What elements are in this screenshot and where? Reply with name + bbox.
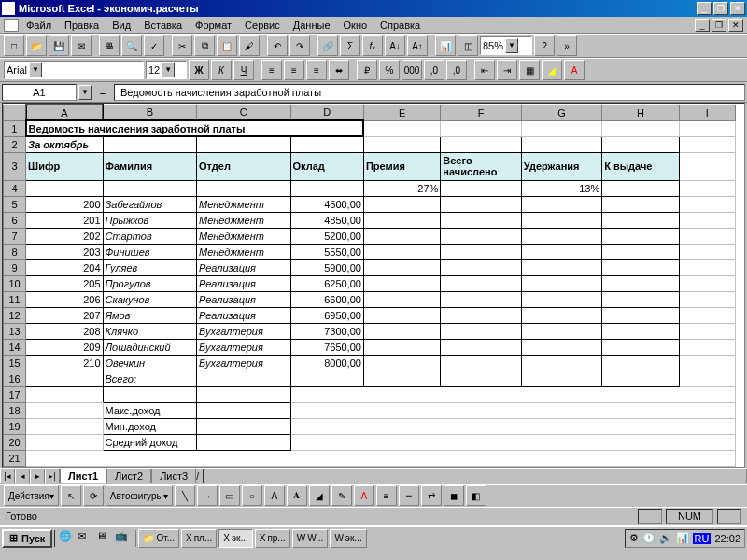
tab-first-button[interactable]: |◂ xyxy=(0,469,15,483)
minimize-button[interactable]: _ xyxy=(697,2,712,15)
cell[interactable]: Менеджмент xyxy=(197,212,291,228)
menu-window[interactable]: Окно xyxy=(338,19,374,32)
cell[interactable] xyxy=(602,323,679,339)
cell[interactable] xyxy=(26,180,103,196)
bold-button[interactable]: Ж xyxy=(189,60,209,80)
cell[interactable]: Средний доход xyxy=(103,434,197,450)
cell[interactable]: 201 xyxy=(26,212,103,228)
maximize-button[interactable]: ❐ xyxy=(713,2,728,15)
sort-asc-button[interactable]: A↓ xyxy=(385,35,405,56)
cell[interactable] xyxy=(197,418,291,434)
cell[interactable] xyxy=(521,259,601,275)
cell[interactable]: Реализация xyxy=(197,259,291,275)
cell[interactable] xyxy=(602,371,679,386)
row-header[interactable]: 10 xyxy=(4,275,26,291)
sort-desc-button[interactable]: A↑ xyxy=(407,35,428,56)
cell[interactable]: 205 xyxy=(26,275,103,291)
cell[interactable]: 4500,00 xyxy=(290,196,363,212)
print-button[interactable]: 🖶 xyxy=(99,35,120,56)
cell[interactable] xyxy=(679,259,735,275)
quick-icon[interactable]: ✉ xyxy=(78,530,94,547)
cell[interactable]: 200 xyxy=(26,196,103,212)
quick-icon[interactable]: 📺 xyxy=(115,530,132,547)
cell[interactable] xyxy=(290,371,363,386)
save-button[interactable]: 💾 xyxy=(49,35,69,56)
cell[interactable]: 209 xyxy=(26,339,103,355)
menu-format[interactable]: Формат xyxy=(190,19,237,32)
cell[interactable] xyxy=(441,323,521,339)
cell[interactable] xyxy=(679,307,735,323)
cell[interactable]: Лошадинский xyxy=(103,339,197,355)
menu-insert[interactable]: Вставка xyxy=(138,19,188,32)
row-header[interactable]: 11 xyxy=(4,291,26,307)
cell[interactable] xyxy=(521,212,601,228)
row-header[interactable]: 3 xyxy=(4,152,26,180)
help-button[interactable]: ? xyxy=(534,35,555,56)
cell[interactable] xyxy=(679,180,735,196)
cell[interactable] xyxy=(441,355,521,371)
cell[interactable] xyxy=(441,275,521,291)
hyperlink-button[interactable]: 🔗 xyxy=(317,35,338,56)
cell[interactable] xyxy=(679,339,735,355)
font-color-button[interactable]: A xyxy=(354,485,374,506)
cell[interactable]: Ведомость начисления заработной платы xyxy=(26,120,364,136)
row-header[interactable]: 15 xyxy=(4,355,26,371)
row-header[interactable]: 21 xyxy=(4,450,26,466)
row-header[interactable]: 17 xyxy=(4,386,26,402)
cell[interactable]: 7650,00 xyxy=(290,339,363,355)
cell[interactable] xyxy=(290,418,735,434)
open-button[interactable]: 📂 xyxy=(26,35,47,56)
font-combo[interactable]: Arial ▼ xyxy=(4,61,144,79)
copy-button[interactable]: ⧉ xyxy=(194,35,215,56)
row-header[interactable]: 8 xyxy=(4,244,26,259)
cell[interactable]: Бухгалтерия xyxy=(197,323,291,339)
tab-next-button[interactable]: ▸ xyxy=(30,469,45,483)
cell[interactable] xyxy=(363,228,440,244)
cell[interactable] xyxy=(197,180,291,196)
cell[interactable]: Отдел xyxy=(197,152,291,180)
cell[interactable] xyxy=(363,259,440,275)
taskbar-item[interactable]: Xпл... xyxy=(181,529,217,548)
cell[interactable] xyxy=(521,136,601,152)
cell[interactable] xyxy=(290,386,735,402)
cell[interactable] xyxy=(602,259,679,275)
cell[interactable]: За октябрь xyxy=(26,136,103,152)
menu-view[interactable]: Вид xyxy=(106,19,136,32)
more-button[interactable]: » xyxy=(557,35,577,56)
cell[interactable] xyxy=(441,136,521,152)
cell[interactable] xyxy=(602,244,679,259)
cell[interactable]: 207 xyxy=(26,307,103,323)
cell[interactable] xyxy=(26,418,103,434)
tray-icon[interactable]: 📊 xyxy=(676,532,689,544)
col-header-a[interactable]: A xyxy=(26,105,103,120)
cell[interactable] xyxy=(197,386,291,402)
cell[interactable]: 8000,00 xyxy=(290,355,363,371)
cell[interactable]: 6600,00 xyxy=(290,291,363,307)
row-header[interactable]: 2 xyxy=(4,136,26,152)
cell[interactable] xyxy=(679,244,735,259)
cell[interactable]: Всего: xyxy=(103,371,197,386)
cell[interactable] xyxy=(602,196,679,212)
cell[interactable] xyxy=(363,212,440,228)
taskbar-item[interactable]: Xэк... xyxy=(218,529,252,548)
autosum-button[interactable]: Σ xyxy=(340,35,360,56)
row-header[interactable]: 13 xyxy=(4,323,26,339)
cell[interactable] xyxy=(679,152,735,180)
col-header-d[interactable]: D xyxy=(290,105,363,120)
redo-button[interactable]: ↷ xyxy=(289,35,310,56)
cell[interactable] xyxy=(602,180,679,196)
cell[interactable] xyxy=(103,386,197,402)
cell[interactable] xyxy=(363,196,440,212)
cell[interactable] xyxy=(363,244,440,259)
menu-tools[interactable]: Сервис xyxy=(239,19,286,32)
cell[interactable] xyxy=(679,228,735,244)
cell[interactable] xyxy=(441,212,521,228)
cell[interactable]: Реализация xyxy=(197,291,291,307)
cell[interactable]: Менеджмент xyxy=(197,244,291,259)
select-button[interactable]: ↖ xyxy=(61,485,81,506)
cell[interactable] xyxy=(521,244,601,259)
cell[interactable] xyxy=(521,120,601,136)
cell[interactable] xyxy=(103,136,197,152)
font-color-button[interactable]: A xyxy=(564,60,585,80)
cell[interactable] xyxy=(521,355,601,371)
